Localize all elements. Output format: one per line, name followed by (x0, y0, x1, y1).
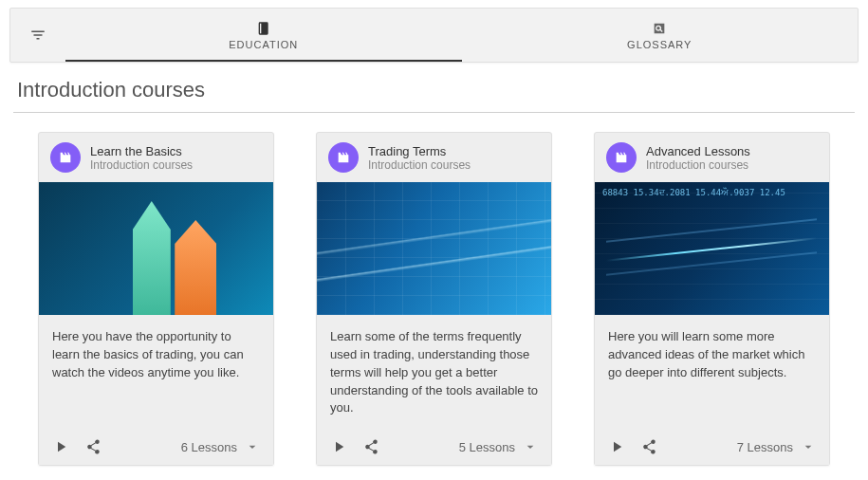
search-page-icon (652, 21, 667, 36)
cards-row: Learn the Basics Introduction courses He… (0, 132, 868, 466)
lesson-count-toggle[interactable]: 6 Lessons (181, 439, 260, 454)
play-button[interactable] (52, 438, 69, 455)
topbar: EDUCATION GLOSSARY (9, 8, 859, 63)
lesson-count-toggle[interactable]: 5 Lessons (459, 439, 538, 454)
chevron-down-icon (801, 439, 816, 454)
card-header: Trading Terms Introduction courses (317, 133, 551, 182)
play-button[interactable] (608, 438, 625, 455)
share-button[interactable] (84, 438, 102, 455)
course-card[interactable]: Advanced Lessons Introduction courses He… (594, 132, 830, 466)
share-icon (362, 438, 379, 455)
movie-icon (336, 150, 351, 165)
play-icon (330, 438, 347, 455)
chevron-down-icon (245, 439, 260, 454)
card-title: Advanced Lessons (646, 144, 750, 158)
card-description: Here you have the opportunity to learn t… (39, 315, 273, 427)
course-card[interactable]: Trading Terms Introduction courses Learn… (316, 132, 552, 466)
share-icon (640, 438, 657, 455)
share-icon (84, 438, 102, 455)
play-button[interactable] (330, 438, 347, 455)
card-category-icon (50, 142, 81, 173)
movie-icon (614, 150, 629, 165)
lesson-count-toggle[interactable]: 7 Lessons (737, 439, 816, 454)
card-image (317, 182, 551, 315)
tab-label: GLOSSARY (627, 39, 692, 50)
card-header: Learn the Basics Introduction courses (39, 133, 273, 182)
card-description: Learn some of the terms frequently used … (317, 315, 551, 427)
card-subtitle: Introduction courses (368, 158, 471, 172)
card-footer: 7 Lessons (595, 427, 829, 465)
card-title: Learn the Basics (90, 144, 193, 158)
card-footer: 6 Lessons (39, 427, 273, 465)
divider (13, 112, 855, 113)
chevron-down-icon (523, 439, 538, 454)
play-icon (52, 438, 69, 455)
card-category-icon (328, 142, 359, 173)
card-category-icon (606, 142, 637, 173)
tab-glossary[interactable]: GLOSSARY (462, 9, 859, 62)
card-title: Trading Terms (368, 144, 471, 158)
movie-icon (58, 150, 73, 165)
filter-icon (29, 27, 46, 44)
filter-button[interactable] (10, 9, 65, 62)
card-subtitle: Introduction courses (646, 158, 750, 172)
card-image (39, 182, 273, 315)
book-icon (256, 21, 271, 36)
card-footer: 5 Lessons (317, 427, 551, 465)
page-title: Introduction courses (0, 63, 868, 112)
tab-education[interactable]: EDUCATION (65, 9, 462, 62)
play-icon (608, 438, 625, 455)
lesson-count-label: 7 Lessons (737, 440, 793, 454)
card-description: Here you will learn some more advanced i… (595, 315, 829, 427)
share-button[interactable] (640, 438, 657, 455)
tabs: EDUCATION GLOSSARY (65, 9, 858, 62)
card-header: Advanced Lessons Introduction courses (595, 133, 829, 182)
lesson-count-label: 6 Lessons (181, 440, 237, 454)
card-image (595, 182, 829, 315)
lesson-count-label: 5 Lessons (459, 440, 515, 454)
share-button[interactable] (362, 438, 379, 455)
card-subtitle: Introduction courses (90, 158, 193, 172)
course-card[interactable]: Learn the Basics Introduction courses He… (38, 132, 274, 466)
tab-label: EDUCATION (229, 39, 298, 50)
